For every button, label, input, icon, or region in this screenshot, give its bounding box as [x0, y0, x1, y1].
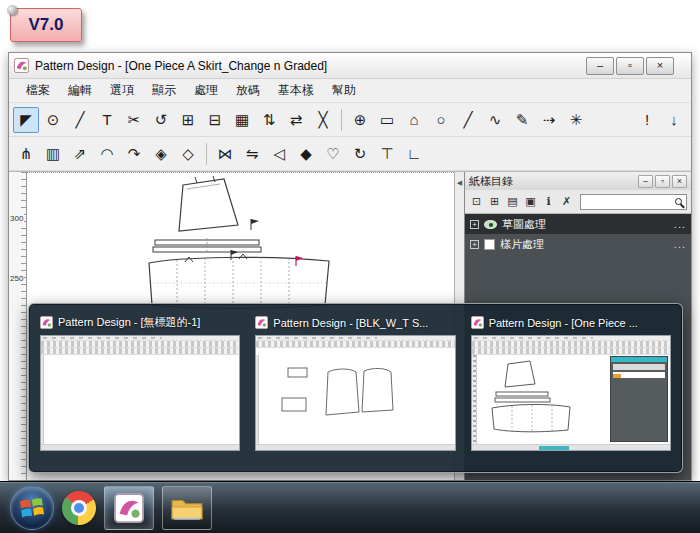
visibility-eye-icon[interactable]	[484, 220, 497, 229]
panel-float-button[interactable]: ▫	[655, 175, 670, 188]
mini-panel-title	[611, 357, 667, 362]
zoom-tool[interactable]: ⊙	[40, 107, 66, 133]
start-button[interactable]	[10, 486, 54, 530]
thumbnail-preview[interactable]	[255, 335, 455, 451]
pattern-design-taskbar-button[interactable]	[104, 486, 154, 530]
menu-item[interactable]: 顯示	[143, 79, 185, 102]
copy-icon[interactable]: ⊡	[469, 194, 484, 209]
more-button[interactable]: ...	[674, 238, 686, 250]
list-item-sketch[interactable]: + 草圖處理 ...	[465, 214, 691, 234]
panel-close-button[interactable]: ×	[672, 175, 687, 188]
titlebar[interactable]: Pattern Design - [One Piece A Skirt_Chan…	[9, 53, 691, 79]
heart-tool[interactable]: ♡	[320, 141, 346, 167]
mini-toolbar	[41, 341, 239, 348]
list-item-piece[interactable]: + 樣片處理 ...	[465, 234, 691, 254]
ruler-label: 250	[10, 274, 24, 283]
thumbnail-title: Pattern Design - [One Piece ...	[489, 317, 638, 329]
collapse-panel-icon[interactable]: ◀	[457, 179, 462, 186]
move-horizontal-tool[interactable]: ⇄	[283, 107, 309, 133]
tsquare-tool[interactable]: ⊤	[374, 141, 400, 167]
curve-tool[interactable]: ∿	[482, 107, 508, 133]
info-icon[interactable]: ℹ	[541, 194, 556, 209]
block-tool[interactable]: ◈	[148, 141, 174, 167]
pattern-toolbar: ⋔▥⇗◠↷◈◇ ⋈⇋◁◆♡↻⊤∟	[9, 137, 691, 171]
pleat-tool[interactable]: ▥	[40, 141, 66, 167]
menu-item[interactable]: 幫助	[323, 79, 365, 102]
swap-tool[interactable]: ⇋	[239, 141, 265, 167]
thumbnail-title: Pattern Design - [BLK_W_T S...	[273, 317, 428, 329]
pentagon-tool[interactable]: ⌂	[401, 107, 427, 133]
mirror-tool[interactable]: ⋈	[212, 141, 238, 167]
diamond-tool[interactable]: ◇	[175, 141, 201, 167]
more-button[interactable]: ...	[674, 218, 686, 230]
tool-glyph: ⊞	[182, 112, 195, 127]
gem-tool[interactable]: ◆	[293, 141, 319, 167]
folder-icon[interactable]: ▤	[505, 194, 520, 209]
menu-item[interactable]: 選項	[101, 79, 143, 102]
pen-tool[interactable]: ✎	[509, 107, 535, 133]
tool-glyph: ⇢	[543, 112, 556, 127]
triangle-left-tool[interactable]: ◁	[266, 141, 292, 167]
menu-item[interactable]: 放碼	[227, 79, 269, 102]
grid-tool[interactable]: ▦	[229, 107, 255, 133]
window-title: Pattern Design - [One Piece A Skirt_Chan…	[35, 59, 586, 73]
tool-glyph: ⊤	[380, 146, 393, 161]
center-point-tool[interactable]: ⊕	[347, 107, 373, 133]
thumbnail-preview[interactable]	[40, 335, 240, 451]
maximize-button[interactable]: ▫	[616, 57, 644, 75]
menu-item[interactable]: 編輯	[59, 79, 101, 102]
select-tool[interactable]: ◤	[13, 107, 39, 133]
toolbar-separator	[341, 109, 342, 131]
rotate-right-tool[interactable]: ↻	[347, 141, 373, 167]
move-vertical-tool[interactable]: ⇅	[256, 107, 282, 133]
open-folder-icon[interactable]: ▣	[523, 194, 538, 209]
measure-ruler-tool[interactable]: ╱	[67, 107, 93, 133]
visibility-checkbox[interactable]	[484, 239, 495, 250]
arc-tool[interactable]: ◠	[94, 141, 120, 167]
menu-item[interactable]: 基本樣	[269, 79, 323, 102]
menu-item[interactable]: 處理	[185, 79, 227, 102]
chrome-icon[interactable]	[62, 491, 96, 525]
search-icon	[675, 198, 682, 205]
mini-pattern-shapes	[478, 358, 598, 438]
thumbnail-header: Pattern Design - [無標題的-1]	[40, 314, 240, 331]
expand-icon[interactable]: +	[470, 220, 479, 229]
expand-icon[interactable]: +	[470, 240, 479, 249]
pattern-search-box[interactable]	[580, 194, 687, 210]
paste-icon[interactable]: ⊞	[487, 194, 502, 209]
thumbnail-preview[interactable]	[471, 335, 671, 451]
arrow-down-tool[interactable]: ↓	[661, 107, 687, 133]
trash-icon[interactable]: ✗	[559, 194, 574, 209]
panel-titlebar: 紙樣目錄 – ▫ ×	[465, 172, 691, 190]
tool-glyph: ╱	[463, 112, 472, 127]
circle-tool[interactable]: ○	[428, 107, 454, 133]
rectangle-tool[interactable]: ▭	[374, 107, 400, 133]
panel-toolbar: ⊡⊞▤▣ℹ✗	[465, 190, 691, 214]
line-tool[interactable]: ╱	[455, 107, 481, 133]
pattern-design-app-icon	[114, 493, 144, 523]
cut-tool[interactable]: ✂	[121, 107, 147, 133]
angle-tool[interactable]: ∟	[401, 141, 427, 167]
close-button[interactable]: ×	[646, 57, 674, 75]
tool-glyph: ◆	[300, 146, 312, 161]
flower-tool[interactable]: ✳	[563, 107, 589, 133]
delete-tool[interactable]: ╳	[310, 107, 336, 133]
tool-glyph: ↓	[670, 112, 678, 127]
copy-pattern-tool[interactable]: ⊞	[175, 107, 201, 133]
panel-minimize-button[interactable]: –	[638, 175, 653, 188]
text-tool[interactable]: T	[94, 107, 120, 133]
dash-arrow-tool[interactable]: ⇢	[536, 107, 562, 133]
thumbnail-one-piece[interactable]: Pattern Design - [One Piece ...	[466, 311, 676, 465]
menu-item[interactable]: 檔案	[17, 79, 59, 102]
seam-tool[interactable]: ⋔	[13, 141, 39, 167]
turn-pattern-tool[interactable]: ↷	[121, 141, 147, 167]
paste-pattern-tool[interactable]: ⊟	[202, 107, 228, 133]
minimize-button[interactable]: –	[586, 57, 614, 75]
explorer-taskbar-button[interactable]	[162, 486, 212, 530]
alert-tool[interactable]: !	[634, 107, 660, 133]
version-label: V7.0	[29, 15, 64, 35]
dart-tool[interactable]: ⇗	[67, 141, 93, 167]
rotate-tool[interactable]: ↺	[148, 107, 174, 133]
thumbnail-blk-wt[interactable]: Pattern Design - [BLK_W_T S...	[250, 311, 460, 465]
thumbnail-untitled[interactable]: Pattern Design - [無標題的-1]	[35, 311, 245, 465]
